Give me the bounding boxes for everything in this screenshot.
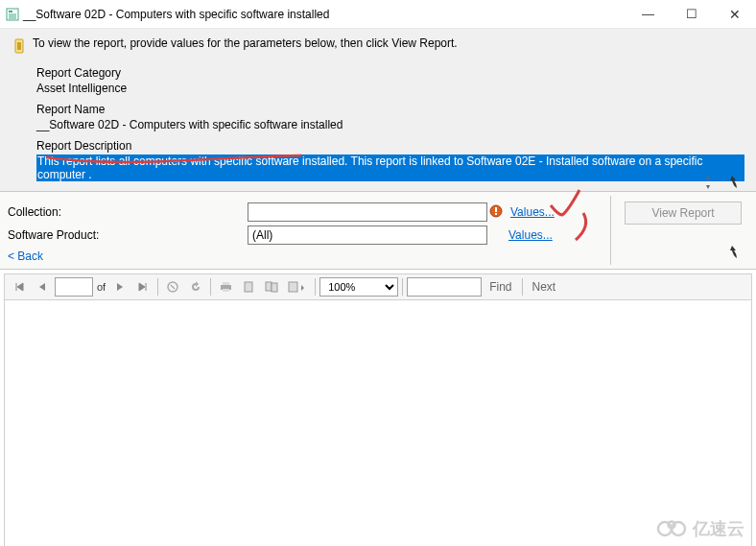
close-button[interactable]: ✕ (713, 1, 756, 28)
product-values-link[interactable]: Values... (508, 228, 553, 242)
parameter-panel: Collection: Values... Software Product: … (0, 192, 756, 270)
view-report-button[interactable]: View Report (625, 202, 742, 225)
svg-rect-1 (9, 11, 12, 12)
collection-input[interactable] (248, 202, 487, 222)
find-button[interactable]: Find (489, 280, 511, 294)
report-viewport (4, 300, 752, 546)
toolbar-separator (157, 278, 158, 296)
spinner-up-icon[interactable]: ▴ (702, 173, 714, 181)
watermark-icon (656, 519, 689, 538)
report-name-value: __Software 02D - Computers with specific… (36, 118, 744, 131)
maximize-button[interactable]: ☐ (670, 1, 713, 28)
report-category-value: Asset Intelligence (36, 82, 744, 95)
product-label: Software Product: (8, 228, 113, 242)
svg-rect-12 (266, 282, 272, 291)
product-input[interactable] (248, 226, 487, 245)
refresh-button[interactable] (185, 276, 206, 297)
export-button[interactable] (284, 276, 311, 297)
report-glyph-icon[interactable] (725, 175, 739, 193)
minimize-button[interactable]: — (626, 1, 670, 28)
page-of-label: of (97, 281, 106, 293)
report-description-label: Report Description (36, 139, 744, 153)
toolbar-separator (522, 278, 523, 296)
svg-rect-10 (223, 289, 229, 292)
report-description-value[interactable]: This report lists all computers with spe… (36, 154, 744, 181)
collection-label: Collection: (8, 205, 113, 219)
spinner-down-icon[interactable]: ▾ (702, 182, 714, 191)
next-button[interactable]: Next (532, 280, 556, 294)
info-panel: To view the report, provide values for t… (0, 29, 756, 192)
svg-rect-3 (17, 42, 21, 50)
next-page-button[interactable] (109, 276, 130, 297)
prev-page-button[interactable] (32, 276, 53, 297)
page-number-input[interactable] (55, 277, 93, 297)
report-glyph-icon-2[interactable] (725, 245, 739, 263)
print-button[interactable] (215, 276, 236, 297)
info-icon (13, 38, 27, 59)
watermark-text: 亿速云 (693, 517, 744, 540)
collection-values-link[interactable]: Values... (510, 205, 555, 219)
app-icon (6, 8, 19, 21)
stop-button[interactable] (162, 276, 183, 297)
report-viewer: of 100% Find (0, 270, 756, 546)
svg-rect-11 (245, 282, 252, 292)
svg-rect-14 (289, 282, 297, 292)
warning-icon (489, 204, 503, 221)
viewer-toolbar: of 100% Find (4, 273, 752, 300)
window-title: __Software 02D - Computers with specific… (23, 8, 329, 21)
svg-rect-6 (495, 213, 497, 215)
view-report-area: View Report (610, 196, 744, 265)
watermark: 亿速云 (656, 517, 744, 540)
print-layout-button[interactable] (238, 276, 259, 297)
toolbar-separator (315, 278, 316, 296)
description-spinner[interactable]: ▴ ▾ (702, 173, 714, 191)
svg-rect-9 (223, 282, 229, 285)
window-controls: — ☐ ✕ (626, 1, 756, 28)
last-page-button[interactable] (132, 276, 154, 297)
toolbar-separator (402, 278, 403, 296)
svg-rect-13 (272, 283, 277, 292)
page-setup-button[interactable] (261, 276, 282, 297)
svg-rect-5 (495, 207, 497, 212)
toolbar-separator (210, 278, 211, 296)
title-bar: __Software 02D - Computers with specific… (0, 0, 756, 29)
zoom-select[interactable]: 100% (319, 277, 398, 297)
report-name-label: Report Name (36, 103, 744, 116)
find-input[interactable] (407, 277, 482, 297)
first-page-button[interactable] (9, 276, 30, 297)
report-category-label: Report Category (36, 66, 744, 80)
info-hint-text: To view the report, provide values for t… (33, 36, 458, 50)
